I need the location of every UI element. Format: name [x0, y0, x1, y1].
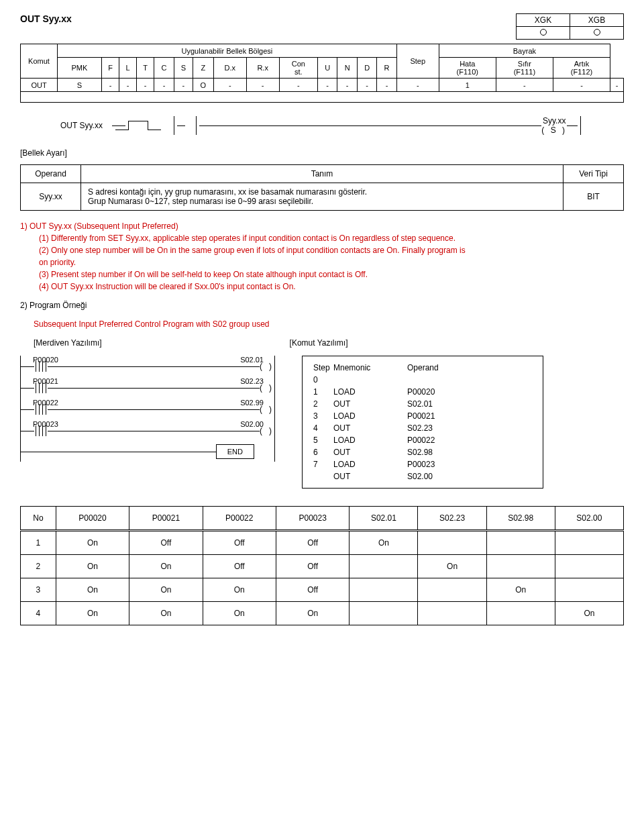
circle-icon: [540, 29, 547, 36]
ladder-diagram: P00020S02.01( )P00021S02.23( )P00022S02.…: [20, 356, 275, 442]
mnemonic-listing: StepMnemonicOperand01LOADP000202OUTS02.0…: [302, 356, 543, 489]
ladder-label: [Merdiven Yazılımı]: [34, 337, 102, 349]
note-1: (1) Differently from SET Syy.xx, applica…: [39, 232, 624, 244]
note-3: (3) Present step number if On will be se…: [39, 268, 624, 280]
ladder-symbol: OUT Syy.xx Syy.xx ( S ): [60, 116, 584, 135]
page-title: OUT Syy.xx: [20, 13, 72, 24]
mnemonic-label: [Komut Yazılımı]: [290, 337, 348, 349]
operand-header: [Bellek Ayarı]: [20, 148, 624, 158]
section2-sub: Subsequent Input Preferred Control Progr…: [34, 318, 624, 330]
truth-table: NoP00020P00021P00022P00023S02.01S02.23S0…: [20, 506, 624, 625]
applicability-table: Komut Uygulanabilir Bellek Bölgesi Step …: [20, 44, 624, 103]
operand-table: OperandTanımVeri Tipi Syy.xxS adresi kon…: [20, 164, 624, 211]
circle-icon: [594, 29, 600, 36]
note-2: (2) Only one step number will be On in t…: [39, 244, 624, 268]
note-4: (4) OUT Syy.xx Instruction will be clear…: [39, 280, 624, 293]
xgk-table: XGKXGB: [516, 13, 624, 40]
section1-title: 1) OUT Syy.xx (Subsequent Input Preferre…: [20, 220, 624, 232]
section2-title: 2) Program Örneği: [20, 299, 624, 311]
